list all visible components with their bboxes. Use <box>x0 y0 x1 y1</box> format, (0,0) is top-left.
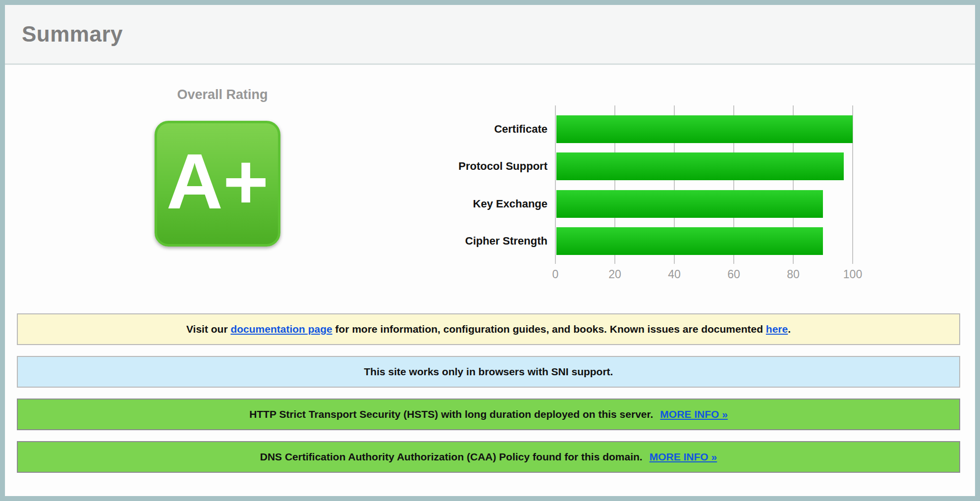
chart-tick-label: 100 <box>833 268 872 281</box>
chart-tick-label: 20 <box>595 268 635 281</box>
chart-category-label: Protocol Support <box>426 152 547 180</box>
hsts-notice: HTTP Strict Transport Security (HSTS) wi… <box>17 399 960 430</box>
caa-more-info-link[interactable]: MORE INFO » <box>650 451 717 463</box>
grade-badge: A+ <box>155 121 280 247</box>
chart-tick-label: 60 <box>714 268 754 281</box>
caa-notice-text: DNS Certification Authority Authorizatio… <box>260 451 643 463</box>
chart-category-label: Cipher Strength <box>426 227 547 255</box>
chart-bar-cipher-strength <box>556 227 823 255</box>
sni-notice: This site works only in browsers with SN… <box>17 356 960 388</box>
chart-bar-protocol-support <box>556 152 844 180</box>
chart-category-label: Certificate <box>426 115 547 143</box>
documentation-notice-text-after: . <box>788 323 791 335</box>
panel-header: Summary <box>5 5 975 65</box>
chart-category-label: Key Exchange <box>426 190 547 218</box>
page-title: Summary <box>22 22 123 47</box>
documentation-notice-text-middle: for more information, configuration guid… <box>332 323 766 335</box>
sni-notice-text: This site works only in browsers with SN… <box>364 366 613 378</box>
hsts-notice-text: HTTP Strict Transport Security (HSTS) wi… <box>249 408 653 420</box>
hsts-more-info-link[interactable]: MORE INFO » <box>660 408 728 420</box>
chart-tick-label: 0 <box>536 268 575 281</box>
known-issues-link[interactable]: here <box>766 323 788 335</box>
overall-rating-label: Overall Rating <box>155 87 290 102</box>
grade-value: A+ <box>166 142 269 225</box>
score-bar-chart: CertificateProtocol SupportKey ExchangeC… <box>426 105 862 289</box>
chart-bar-key-exchange <box>556 190 823 218</box>
documentation-page-link[interactable]: documentation page <box>230 323 332 335</box>
chart-plot-area <box>555 105 853 264</box>
caa-notice: DNS Certification Authority Authorizatio… <box>17 441 960 473</box>
chart-bar-certificate <box>556 115 853 143</box>
summary-panel: Summary Overall Rating A+ CertificatePro… <box>0 0 980 501</box>
chart-tick-label: 80 <box>773 268 813 281</box>
documentation-notice: Visit our documentation page for more in… <box>17 313 960 345</box>
documentation-notice-text-before: Visit our <box>186 323 230 335</box>
chart-tick-label: 40 <box>654 268 694 281</box>
chart-gridline <box>555 105 556 264</box>
